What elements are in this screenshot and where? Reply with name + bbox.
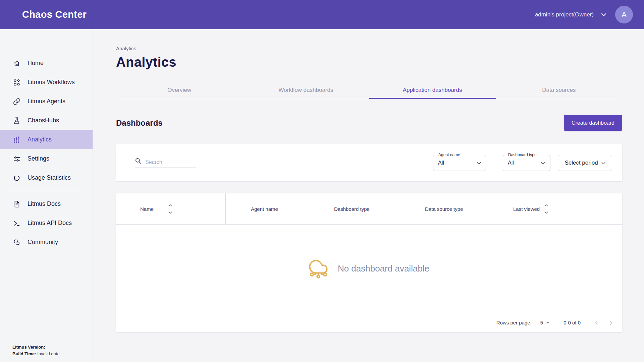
- build-time-label: Build Time:: [12, 351, 36, 356]
- select-period-label: Select period: [565, 160, 598, 166]
- sidebar-item-label: Analytics: [28, 136, 52, 143]
- community-icon: [13, 238, 21, 246]
- dashboards-heading: Dashboards: [116, 118, 163, 128]
- cloud-network-icon: [309, 257, 328, 280]
- pagination-bar: Rows per page: 5 0-0 of 0: [116, 313, 622, 332]
- sidebar-item-label: Litmus Docs: [28, 200, 61, 207]
- page-title: Analytics: [116, 55, 622, 70]
- chevron-down-icon: [541, 160, 545, 166]
- chaoshubs-icon: [13, 117, 21, 125]
- sidebar-item-litmus-api-docs[interactable]: Litmus API Docs: [0, 214, 93, 233]
- sidebar-item-litmus-docs[interactable]: Litmus Docs: [0, 194, 93, 214]
- chevron-down-icon: [601, 160, 605, 166]
- sidebar-item-analytics[interactable]: Analytics: [0, 130, 93, 149]
- sidebar-item-label: Litmus API Docs: [28, 220, 72, 227]
- caret-down-icon: [546, 322, 549, 323]
- sort-control-name: [168, 204, 172, 214]
- dashboard-type-select-value: All: [508, 160, 514, 166]
- column-header-dashboard-type: Dashboard type: [334, 206, 370, 212]
- sidebar-item-settings[interactable]: Settings: [0, 149, 93, 168]
- main-content: Analytics Analytics Overview Workflow da…: [93, 29, 644, 362]
- tab-data-sources[interactable]: Data sources: [496, 82, 622, 99]
- sidebar-item-label: Usage Statistics: [28, 174, 71, 181]
- sidebar-item-label: Community: [28, 239, 58, 246]
- agents-icon: [13, 98, 21, 106]
- breadcrumb[interactable]: Analytics: [116, 46, 622, 51]
- sort-descending-icon[interactable]: [544, 212, 548, 214]
- search-box: [135, 158, 196, 168]
- column-header-data-source-type: Data source type: [425, 206, 463, 212]
- avatar[interactable]: A: [615, 6, 633, 23]
- sidebar-item-label: Settings: [28, 155, 49, 162]
- sidebar-item-chaoshubs[interactable]: ChaosHubs: [0, 111, 93, 130]
- usage-statistics-icon: [13, 174, 21, 182]
- project-name: admin's project(Owner): [535, 11, 594, 18]
- agent-name-select-label: Agent name: [437, 153, 462, 157]
- sidebar-item-label: Home: [28, 60, 44, 67]
- empty-state: No dashboard available: [116, 225, 622, 313]
- app-title: Chaos Center: [22, 9, 87, 20]
- sidebar-item-label: ChaosHubs: [28, 117, 59, 124]
- settings-icon: [13, 155, 21, 163]
- dashboard-type-select[interactable]: Dashboard type All: [503, 155, 550, 171]
- sidebar-item-label: Litmus Agents: [28, 98, 65, 105]
- litmus-version-label: Litmus Version:: [12, 345, 45, 350]
- column-header-agent-name: Agent name: [251, 206, 278, 212]
- table-header-row: Name Agent name Dashboard type Data sour…: [116, 193, 622, 225]
- dashboard-type-select-label: Dashboard type: [506, 153, 538, 157]
- analytics-icon: [13, 136, 21, 144]
- chevron-left-icon: [594, 320, 599, 325]
- create-dashboard-button[interactable]: Create dashboard: [564, 115, 622, 131]
- workflows-icon: [13, 78, 21, 86]
- select-period-button[interactable]: Select period: [558, 155, 612, 171]
- home-icon: [13, 59, 21, 67]
- api-docs-icon: [13, 219, 21, 227]
- sidebar: Home Litmus Workflows Litmus Agents Chao…: [0, 29, 93, 362]
- tab-overview[interactable]: Overview: [116, 82, 243, 99]
- search-icon: [135, 158, 141, 165]
- chevron-down-icon: [477, 160, 481, 166]
- chevron-down-icon: [601, 12, 606, 18]
- sort-descending-icon[interactable]: [168, 212, 172, 214]
- sort-control-last-viewed: [544, 204, 548, 214]
- sort-ascending-icon[interactable]: [168, 204, 172, 206]
- build-time-value: Invalid date: [37, 351, 60, 356]
- sidebar-item-label: Litmus Workflows: [28, 79, 75, 86]
- sidebar-divider: [9, 191, 83, 191]
- sidebar-item-litmus-workflows[interactable]: Litmus Workflows: [0, 73, 93, 92]
- search-input[interactable]: [145, 159, 192, 165]
- rows-per-page-select[interactable]: 5: [540, 320, 549, 325]
- rows-per-page-value: 5: [540, 320, 543, 325]
- column-header-last-viewed: Last viewed: [513, 206, 540, 212]
- chevron-right-icon: [609, 320, 613, 325]
- sidebar-item-home[interactable]: Home: [0, 54, 93, 73]
- sort-ascending-icon[interactable]: [544, 204, 548, 206]
- sidebar-item-litmus-agents[interactable]: Litmus Agents: [0, 92, 93, 111]
- agent-name-select-value: All: [438, 160, 444, 166]
- dashboards-table: Name Agent name Dashboard type Data sour…: [116, 193, 622, 332]
- pagination-range: 0-0 of 0: [564, 320, 581, 325]
- sidebar-item-community[interactable]: Community: [0, 233, 93, 252]
- analytics-tabs: Overview Workflow dashboards Application…: [116, 82, 622, 99]
- project-selector[interactable]: admin's project(Owner): [535, 11, 606, 18]
- tab-application-dashboards[interactable]: Application dashboards: [369, 82, 496, 99]
- next-page-button[interactable]: [609, 320, 613, 325]
- rows-per-page-label: Rows per page:: [496, 320, 532, 325]
- agent-name-select[interactable]: Agent name All: [433, 155, 486, 171]
- sidebar-item-usage-statistics[interactable]: Usage Statistics: [0, 168, 93, 187]
- column-header-name: Name: [140, 206, 154, 212]
- filter-bar: Agent name All Dashboard type All Select…: [116, 144, 622, 181]
- tab-workflow-dashboards[interactable]: Workflow dashboards: [243, 82, 369, 99]
- empty-state-message: No dashboard available: [338, 263, 429, 274]
- docs-icon: [13, 200, 21, 208]
- previous-page-button[interactable]: [594, 320, 599, 325]
- version-info: Litmus Version: Build Time: Invalid date: [12, 344, 60, 357]
- app-header: Chaos Center admin's project(Owner) A: [0, 0, 644, 29]
